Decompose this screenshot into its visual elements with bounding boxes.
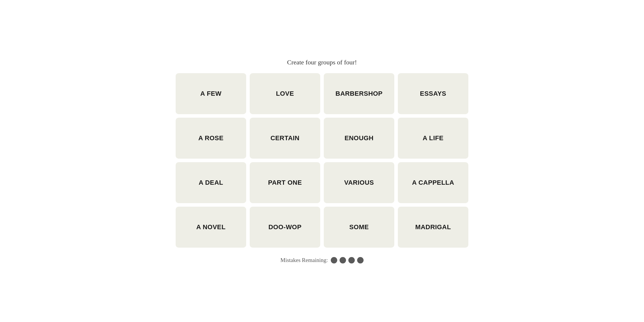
tile-16-label: MADRIGAL [412, 223, 454, 231]
mistake-dot-3 [348, 257, 355, 263]
tile-7-label: ENOUGH [341, 134, 377, 142]
tile-14-label: DOO-WOP [265, 223, 305, 231]
tile-5[interactable]: A ROSE [176, 118, 246, 159]
tile-12[interactable]: A CAPPELLA [398, 162, 468, 203]
tile-11[interactable]: VARIOUS [324, 162, 394, 203]
mistake-dots [331, 257, 364, 263]
tile-11-label: VARIOUS [341, 179, 378, 186]
mistake-dot-1 [331, 257, 337, 263]
tile-1-label: A FEW [197, 90, 225, 97]
tile-15[interactable]: SOME [324, 207, 394, 248]
tile-3[interactable]: BARBERSHOP [324, 73, 394, 114]
mistake-dot-2 [340, 257, 346, 263]
tile-4[interactable]: ESSAYS [398, 73, 468, 114]
tile-9-label: A DEAL [195, 179, 227, 186]
tile-14[interactable]: DOO-WOP [250, 207, 320, 248]
tile-10[interactable]: PART ONE [250, 162, 320, 203]
tile-5-label: A ROSE [195, 134, 227, 142]
tile-3-label: BARBERSHOP [332, 90, 386, 97]
tile-10-label: PART ONE [265, 179, 306, 186]
mistakes-row: Mistakes Remaining: [280, 257, 364, 263]
game-container: Create four groups of four! A FEWLOVEBAR… [176, 59, 468, 263]
tile-2-label: LOVE [273, 90, 298, 97]
tile-16[interactable]: MADRIGAL [398, 207, 468, 248]
tile-9[interactable]: A DEAL [176, 162, 246, 203]
tile-8[interactable]: A LIFE [398, 118, 468, 159]
tile-6[interactable]: CERTAIN [250, 118, 320, 159]
tile-grid: A FEWLOVEBARBERSHOPESSAYSA ROSECERTAINEN… [176, 73, 468, 248]
mistake-dot-4 [357, 257, 364, 263]
tile-1[interactable]: A FEW [176, 73, 246, 114]
tile-13[interactable]: A NOVEL [176, 207, 246, 248]
tile-12-label: A CAPPELLA [408, 179, 458, 186]
tile-13-label: A NOVEL [193, 223, 229, 231]
tile-6-label: CERTAIN [267, 134, 303, 142]
tile-8-label: A LIFE [419, 134, 447, 142]
subtitle: Create four groups of four! [287, 59, 357, 66]
tile-2[interactable]: LOVE [250, 73, 320, 114]
tile-4-label: ESSAYS [417, 90, 450, 97]
tile-7[interactable]: ENOUGH [324, 118, 394, 159]
mistakes-label: Mistakes Remaining: [280, 257, 328, 263]
tile-15-label: SOME [346, 223, 372, 231]
